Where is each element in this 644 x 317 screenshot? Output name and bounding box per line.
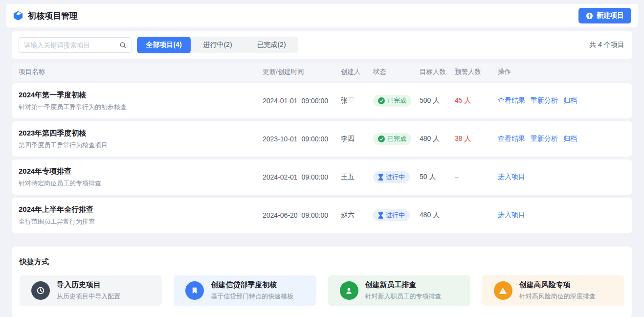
status-badge: 进行中 bbox=[373, 209, 410, 221]
column-header-2: 创建人 bbox=[341, 68, 373, 76]
page-title: 初核项目管理 bbox=[28, 10, 78, 22]
status-cell: 已完成 bbox=[373, 95, 420, 107]
target-count: 480 人 bbox=[420, 135, 455, 143]
toolbar: 全部项目(4)进行中(2)已完成(2) 共 4 个项目 bbox=[12, 31, 632, 59]
shortcut-title: 创建高风险专项 bbox=[519, 280, 596, 290]
status-badge: 已完成 bbox=[373, 133, 411, 145]
action-link-1[interactable]: 重新分析 bbox=[531, 96, 558, 105]
table-row: 2024年上半年全行排查全行范围员工异常行为排查2024-06-20 09:00… bbox=[12, 198, 632, 233]
project-description: 全行范围员工异常行为排查 bbox=[19, 217, 263, 226]
shortcut-description: 针对新入职员工的专项排查 bbox=[365, 292, 442, 301]
action-link-2[interactable]: 归档 bbox=[563, 96, 577, 105]
tab-bar: 全部项目(4)进行中(2)已完成(2) bbox=[137, 37, 298, 53]
shortcut-title: 创建信贷部季度初核 bbox=[211, 280, 293, 290]
status-cell: 已完成 bbox=[373, 133, 420, 145]
cube-icon bbox=[13, 10, 23, 21]
project-name-cell: 2024年第一季度初核针对第一季度员工异常行为的初步核查 bbox=[19, 91, 263, 112]
actions-cell: 查看结果重新分析归档 bbox=[498, 96, 632, 105]
table-row: 2023年第四季度初核第四季度员工异常行为核查项目2023-10-01 09:0… bbox=[12, 121, 632, 157]
hourglass-icon bbox=[378, 212, 383, 219]
project-title: 2024年第一季度初核 bbox=[19, 91, 263, 100]
table-row: 2024年专项排查针对特定岗位员工的专项排查2024-02-01 09:00:0… bbox=[12, 159, 632, 195]
project-title: 2023年第四季度初核 bbox=[19, 129, 263, 138]
warning-icon bbox=[494, 281, 512, 300]
action-link-1[interactable]: 重新分析 bbox=[531, 135, 558, 143]
table-header: 项目名称更新/创建时间创建人状态目标人数预警人数操作 bbox=[12, 63, 632, 81]
project-description: 针对第一季度员工异常行为的初步核查 bbox=[19, 103, 263, 112]
target-count: 50 人 bbox=[420, 173, 455, 181]
column-header-3: 状态 bbox=[373, 68, 420, 76]
check-circle-icon bbox=[378, 136, 385, 142]
column-header-0: 项目名称 bbox=[19, 68, 263, 76]
search-icon bbox=[119, 42, 127, 49]
tab-2[interactable]: 已完成(2) bbox=[244, 37, 298, 53]
bookmark-icon bbox=[185, 281, 204, 300]
column-header-1: 更新/创建时间 bbox=[263, 68, 341, 76]
column-header-5: 预警人数 bbox=[455, 68, 498, 76]
action-link-0[interactable]: 查看结果 bbox=[498, 135, 525, 143]
status-label: 已完成 bbox=[387, 96, 406, 105]
shortcut-card-2[interactable]: 创建新员工排查针对新入职员工的专项排查 bbox=[328, 275, 470, 306]
creator: 王五 bbox=[341, 173, 373, 181]
title-bar: 初核项目管理 新建项目 bbox=[6, 4, 638, 27]
project-name-cell: 2024年专项排查针对特定岗位员工的专项排查 bbox=[19, 167, 263, 188]
hourglass-icon bbox=[378, 174, 383, 181]
warning-count: 38 人 bbox=[455, 135, 498, 143]
update-time: 2024-01-01 09:00:00 bbox=[263, 97, 341, 105]
plus-circle-icon bbox=[586, 12, 593, 20]
tab-0[interactable]: 全部项目(4) bbox=[137, 37, 191, 53]
warning-count: – bbox=[455, 211, 498, 219]
shortcut-card-1[interactable]: 创建信贷部季度初核基于信贷部门特点的快速模板 bbox=[174, 275, 316, 306]
status-badge: 已完成 bbox=[373, 95, 411, 107]
shortcut-description: 基于信贷部门特点的快速模板 bbox=[211, 292, 293, 301]
project-description: 针对特定岗位员工的专项排查 bbox=[19, 179, 263, 188]
action-link-0[interactable]: 查看结果 bbox=[498, 96, 525, 105]
status-cell: 进行中 bbox=[373, 209, 420, 221]
shortcut-text: 创建高风险专项针对高风险岗位的深度排查 bbox=[519, 280, 596, 301]
table-row: 2024年第一季度初核针对第一季度员工异常行为的初步核查2024-01-01 0… bbox=[12, 83, 632, 118]
user-icon bbox=[340, 281, 358, 300]
check-circle-icon bbox=[378, 97, 385, 104]
target-count: 500 人 bbox=[420, 96, 455, 105]
status-label: 已完成 bbox=[387, 135, 406, 143]
status-badge: 进行中 bbox=[373, 171, 410, 183]
status-label: 进行中 bbox=[386, 211, 405, 220]
shortcut-card-3[interactable]: 创建高风险专项针对高风险岗位的深度排查 bbox=[482, 275, 624, 306]
shortcuts-section: 快捷方式 导入历史项目从历史项目中导入配置创建信贷部季度初核基于信贷部门特点的快… bbox=[12, 247, 632, 317]
action-link-0[interactable]: 进入项目 bbox=[498, 173, 525, 181]
warning-count: 45 人 bbox=[455, 96, 498, 105]
actions-cell: 查看结果重新分析归档 bbox=[498, 135, 632, 143]
project-title: 2024年上半年全行排查 bbox=[19, 205, 263, 214]
shortcut-title: 导入历史项目 bbox=[57, 280, 120, 290]
creator: 李四 bbox=[341, 135, 373, 143]
action-link-0[interactable]: 进入项目 bbox=[498, 211, 525, 220]
actions-cell: 进入项目 bbox=[498, 173, 632, 181]
new-project-button[interactable]: 新建项目 bbox=[578, 8, 631, 23]
target-count: 480 人 bbox=[420, 211, 455, 220]
shortcuts-title: 快捷方式 bbox=[20, 257, 624, 267]
project-management-page: 初核项目管理 新建项目 全部项目(4)进行中(2)已完成(2) 共 4 个项目 bbox=[0, 0, 644, 317]
creator: 张三 bbox=[341, 96, 373, 105]
tab-1[interactable]: 进行中(2) bbox=[191, 37, 244, 53]
shortcut-grid: 导入历史项目从历史项目中导入配置创建信贷部季度初核基于信贷部门特点的快速模板创建… bbox=[20, 275, 624, 306]
update-time: 2024-02-01 09:00:00 bbox=[263, 173, 341, 181]
shortcut-text: 创建信贷部季度初核基于信贷部门特点的快速模板 bbox=[211, 280, 293, 301]
shortcut-description: 从历史项目中导入配置 bbox=[57, 292, 120, 301]
new-project-label: 新建项目 bbox=[597, 11, 624, 20]
shortcut-card-0[interactable]: 导入历史项目从历史项目中导入配置 bbox=[20, 275, 162, 306]
actions-cell: 进入项目 bbox=[498, 211, 632, 220]
warning-count: – bbox=[455, 173, 498, 181]
column-header-4: 目标人数 bbox=[420, 68, 455, 76]
shortcut-description: 针对高风险岗位的深度排查 bbox=[519, 292, 596, 301]
shortcut-text: 创建新员工排查针对新入职员工的专项排查 bbox=[365, 280, 442, 301]
project-name-cell: 2023年第四季度初核第四季度员工异常行为核查项目 bbox=[19, 129, 263, 150]
clock-icon bbox=[31, 281, 50, 300]
update-time: 2024-06-20 09:00:00 bbox=[263, 211, 341, 219]
status-label: 进行中 bbox=[386, 173, 405, 181]
action-link-2[interactable]: 归档 bbox=[563, 135, 577, 143]
update-time: 2023-10-01 09:00:00 bbox=[263, 135, 341, 143]
total-count: 共 4 个项目 bbox=[589, 41, 624, 49]
project-description: 第四季度员工异常行为核查项目 bbox=[19, 141, 263, 150]
column-header-6: 操作 bbox=[498, 68, 632, 76]
search-input[interactable] bbox=[24, 42, 119, 49]
